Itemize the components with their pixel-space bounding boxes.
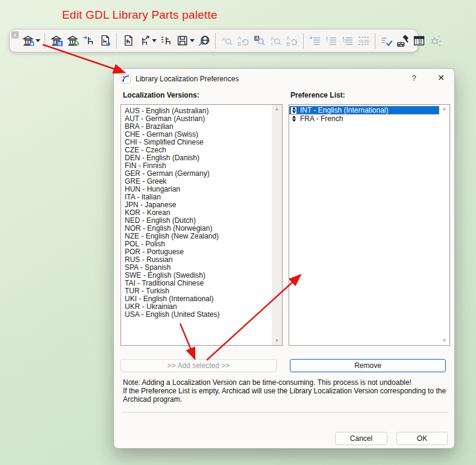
preference-item-selected[interactable]: INT - English (International) <box>289 106 439 114</box>
toolbar-button-new-object[interactable] <box>121 33 136 49</box>
toolbar-button-open-object[interactable] <box>81 33 96 49</box>
find-next-icon: A! <box>269 34 282 47</box>
gdl-toolbar: x AABAA!AB!!!GUID <box>9 29 418 52</box>
svg-text:A: A <box>238 35 242 41</box>
toolbar-button-indent-lines <box>307 33 322 49</box>
toolbar-button-open-object-from-web[interactable] <box>196 33 211 49</box>
find-icon: A <box>221 34 233 47</box>
toolbar-button-find: A <box>219 33 234 49</box>
new-object-icon <box>122 34 134 47</box>
preference-list-label: Preference List: <box>290 91 345 99</box>
insert-guid-icon: GUID <box>357 34 370 47</box>
toolbar-button-rebuild[interactable] <box>395 33 410 49</box>
library-manager-icon <box>50 34 63 47</box>
dialog-title: Library Localization Preferences <box>136 75 239 83</box>
annotation-text: Edit GDL Library Parts palette <box>62 8 218 22</box>
svg-text:!: ! <box>326 35 328 43</box>
divider <box>123 412 448 413</box>
svg-text:B: B <box>287 41 290 47</box>
save-object-icon <box>176 34 189 47</box>
svg-text:!: ! <box>342 35 344 43</box>
toolbar-buttons: AABAA!AB!!!GUID <box>20 33 443 49</box>
help-button[interactable]: ? <box>409 73 419 83</box>
toolbar-button-library-lock[interactable] <box>20 33 36 49</box>
toolbar-button-object-parameters[interactable] <box>158 33 174 49</box>
toolbar-button-save-object[interactable] <box>175 33 190 49</box>
add-selected-button: >> Add selected >> <box>121 359 277 372</box>
toolbar-close-button[interactable]: x <box>11 31 19 39</box>
open-object-subwindow-icon <box>138 34 151 47</box>
check-script-icon <box>380 34 393 47</box>
toolbar-button-check-script[interactable] <box>379 33 394 49</box>
reorder-icon[interactable] <box>291 116 296 122</box>
toolbar-button-uncomment-lines: ! <box>340 33 355 49</box>
toolbar-button-find-next: A! <box>268 33 283 49</box>
toolbar-button-reload-libraries[interactable] <box>65 33 80 49</box>
svg-text:GUID: GUID <box>359 39 369 44</box>
toolbar-separator <box>45 33 45 49</box>
toolbar-button-debug <box>428 33 443 49</box>
toolbar-button-open-object-subwindow[interactable] <box>137 33 152 49</box>
svg-text:B: B <box>238 41 242 47</box>
preference-listbox: INT - English (International)FRA - Frenc… <box>289 104 450 346</box>
preference-item[interactable]: FRA - French <box>289 114 439 123</box>
editor-grid-icon <box>413 34 425 47</box>
localization-versions-items: AUS - English (Australian)AUT - German (… <box>121 105 272 345</box>
toolbar-button-find-replace: AB <box>236 33 251 49</box>
toolbar-button-export-object[interactable] <box>98 33 113 49</box>
svg-text:!: ! <box>271 41 273 47</box>
svg-text:A: A <box>287 35 290 41</box>
debug-icon <box>429 34 442 47</box>
indent-lines-icon <box>308 34 321 47</box>
object-parameters-icon <box>160 34 172 47</box>
note-text: Note: Adding a Localization Version can … <box>123 378 454 404</box>
preference-item-label: FRA - French <box>300 114 343 123</box>
find-selection-icon: A <box>253 34 266 47</box>
replace-all-icon: AB! <box>286 34 298 47</box>
preference-list-items: INT - English (International)FRA - Frenc… <box>289 105 439 345</box>
scroll-down-icon[interactable]: ▼ <box>442 339 447 343</box>
toolbar-separator <box>375 33 375 49</box>
export-object-icon <box>99 34 111 47</box>
open-object-from-web-icon <box>198 34 210 47</box>
find-replace-icon: AB <box>237 34 249 47</box>
ok-button[interactable]: OK <box>396 432 448 445</box>
library-lock-icon <box>22 34 34 47</box>
dropdown-caret-save-object[interactable] <box>189 39 195 42</box>
open-object-icon <box>83 34 95 47</box>
reload-libraries-icon <box>66 34 79 47</box>
svg-text:!: ! <box>296 41 298 47</box>
right-list-scrollbar[interactable]: ▲ ▼ <box>439 105 449 345</box>
scroll-up-icon[interactable]: ▲ <box>275 107 280 111</box>
screen: Edit GDL Library Parts palette x AABAA!A… <box>0 0 476 465</box>
scroll-up-icon[interactable]: ▲ <box>442 107 447 111</box>
uncomment-lines-icon: ! <box>341 34 354 47</box>
localization-versions-listbox: AUS - English (Australian)AUT - German (… <box>121 104 283 346</box>
toolbar-button-replace-all: AB! <box>284 33 299 49</box>
remove-button[interactable]: Remove <box>290 359 446 372</box>
library-localization-preferences-dialog: Library Localization Preferences ? ✕ Loc… <box>113 68 455 449</box>
toolbar-separator <box>215 33 216 49</box>
left-list-scrollbar[interactable]: ▲ ▼ <box>272 105 282 345</box>
preference-item-label: INT - English (International) <box>300 106 389 114</box>
dialog-titlebar[interactable]: Library Localization Preferences <box>114 69 454 89</box>
dropdown-caret-library-lock[interactable] <box>35 39 41 42</box>
toolbar-separator <box>303 33 304 49</box>
toolbar-button-insert-guid: GUID <box>356 33 371 49</box>
toolbar-button-editor-grid[interactable] <box>412 33 427 49</box>
close-icon[interactable]: ✕ <box>435 73 447 83</box>
scroll-down-icon[interactable]: ▼ <box>275 339 280 343</box>
cancel-button[interactable]: Cancel <box>335 432 387 445</box>
toolbar-button-library-manager[interactable] <box>49 33 64 49</box>
archicad-logo-icon <box>121 74 131 84</box>
rebuild-icon <box>396 34 409 47</box>
reorder-icon[interactable] <box>291 107 296 114</box>
toolbar-button-find-selection[interactable]: A <box>252 33 267 49</box>
toolbar-button-comment-lines: ! <box>324 33 339 49</box>
localization-item[interactable]: USA - English (United States) <box>121 311 272 319</box>
dropdown-caret-open-object-subwindow[interactable] <box>151 39 157 42</box>
localization-versions-label: Localization Versions: <box>123 91 199 99</box>
comment-lines-icon: ! <box>325 34 337 47</box>
toolbar-separator <box>116 33 117 49</box>
